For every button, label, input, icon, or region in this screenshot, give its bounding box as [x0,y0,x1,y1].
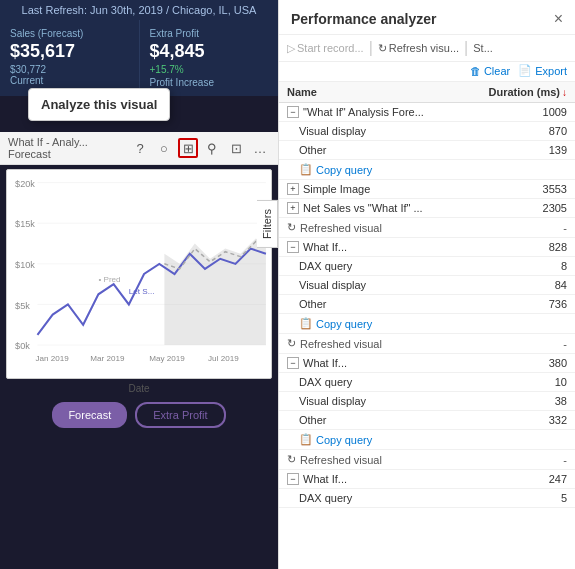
pa-table-header: Name Duration (ms) ↓ [279,82,575,103]
table-row: Other 736 [279,295,575,314]
table-row[interactable]: − What If... 380 [279,354,575,373]
expand-icon[interactable]: + [287,202,299,214]
st-button[interactable]: St... [473,42,493,54]
metrics-row: Sales (Forecast) $35,617 $30,772 Current… [0,20,278,96]
table-row: Visual display 84 [279,276,575,295]
clear-icon: 🗑 [470,65,481,77]
expand-icon[interactable]: + [287,183,299,195]
col-name-header: Name [287,86,487,98]
svg-text:Let S...: Let S... [129,287,155,296]
chart-toolbar: What If - Analy... Forecast ? ○ ⊞ ⚲ ⊡ … [0,132,278,165]
chart-container: $20k $15k $10k $5k $0k Jan 2019 Mar 2019… [6,169,272,379]
extra-profit-label: Extra Profit [150,28,269,39]
col-duration-header: Duration (ms) ↓ [487,86,567,98]
svg-text:$0k: $0k [15,341,30,351]
chart-toolbar-label: What If - Analy... Forecast [8,136,126,160]
refresh-visual-icon: ↻ [287,337,296,350]
export-icon: 📄 [518,64,532,77]
pa-title: Performance analyzer [291,11,437,27]
pa-table: Name Duration (ms) ↓ − "What If" Analysi… [279,82,575,569]
sales-forecast-value: $35,617 [10,41,129,62]
clear-button[interactable]: 🗑 Clear [470,64,510,77]
svg-text:Mar 2019: Mar 2019 [90,354,125,363]
table-row: Other 139 [279,141,575,160]
table-row: Other 332 [279,411,575,430]
refreshed-visual-row: ↻ Refreshed visual - [279,218,575,238]
svg-text:Jan 2019: Jan 2019 [35,354,69,363]
svg-marker-10 [164,238,266,345]
copy-query-row[interactable]: 📋 Copy query [279,160,575,180]
filters-tab[interactable]: Filters [257,200,278,248]
analyze-icon[interactable]: ⊞ [178,138,198,158]
last-refresh-label: Last Refresh: Jun 30th, 2019 / Chicago, … [22,4,257,16]
expand-icon[interactable]: − [287,241,299,253]
analyze-tooltip: Analyze this visual [28,88,170,121]
expand-icon[interactable]: − [287,106,299,118]
performance-analyzer-header: Performance analyzer × [279,0,575,35]
extra-profit-value: $4,845 [150,41,269,62]
refresh-visual-icon: ↻ [287,221,296,234]
left-panel: Last Refresh: Jun 30th, 2019 / Chicago, … [0,0,278,569]
svg-text:• Pred: • Pred [98,275,120,284]
svg-text:$20k: $20k [15,179,35,189]
table-row: Visual display 870 [279,122,575,141]
date-axis-label: Date [0,383,278,394]
pa-close-button[interactable]: × [554,10,563,28]
extra-profit-sub-text: Profit Increase [150,77,269,88]
metric-extra-profit: Extra Profit $4,845 +15.7% Profit Increa… [140,20,279,96]
table-row[interactable]: − What If... 828 [279,238,575,257]
more-icon[interactable]: … [250,138,270,158]
table-row[interactable]: − What If... 247 [279,470,575,489]
refresh-visual-icon: ↻ [287,453,296,466]
copy-icon: 📋 [299,433,313,446]
copy-icon: 📋 [299,317,313,330]
table-row: DAX query 5 [279,489,575,508]
pa-filter-row: 🗑 Clear 📄 Export [279,62,575,82]
svg-text:Jul 2019: Jul 2019 [208,354,239,363]
chart-svg: $20k $15k $10k $5k $0k Jan 2019 Mar 2019… [7,170,271,378]
svg-text:May 2019: May 2019 [149,354,185,363]
table-row: Visual display 38 [279,392,575,411]
copy-query-row[interactable]: 📋 Copy query [279,314,575,334]
play-icon: ▷ [287,42,295,55]
top-bar: Last Refresh: Jun 30th, 2019 / Chicago, … [0,0,278,20]
export-button[interactable]: 📄 Export [518,64,567,77]
refresh-visuals-button[interactable]: ↻ Refresh visu... [378,42,459,55]
metric-sales-forecast: Sales (Forecast) $35,617 $30,772 Current [0,20,139,96]
svg-text:$10k: $10k [15,260,35,270]
copy-query-row[interactable]: 📋 Copy query [279,430,575,450]
sales-sub1: $30,772 [10,64,46,75]
expand-icon[interactable]: − [287,357,299,369]
copy-icon: 📋 [299,163,313,176]
refreshed-visual-row: ↻ Refreshed visual - [279,334,575,354]
refreshed-visual-row: ↻ Refreshed visual - [279,450,575,470]
start-record-button[interactable]: ▷ Start record... [287,42,364,55]
extra-profit-button[interactable]: Extra Profit [135,402,225,428]
table-row[interactable]: − "What If" Analysis Fore... 1009 [279,103,575,122]
sales-forecast-label: Sales (Forecast) [10,28,129,39]
filter-icon[interactable]: ⚲ [202,138,222,158]
extra-profit-pct: +15.7% [150,64,269,75]
refresh-icon: ↻ [378,42,387,55]
analyze-tooltip-text: Analyze this visual [41,97,157,112]
table-row[interactable]: + Net Sales vs "What If" ... 2305 [279,199,575,218]
table-row: DAX query 8 [279,257,575,276]
circle-icon[interactable]: ○ [154,138,174,158]
expand-icon[interactable]: − [287,473,299,485]
table-row[interactable]: + Simple Image 3553 [279,180,575,199]
table-row: DAX query 10 [279,373,575,392]
help-icon[interactable]: ? [130,138,150,158]
right-panel: Performance analyzer × ▷ Start record...… [278,0,575,569]
sales-sub2: Current [10,75,43,86]
focus-icon[interactable]: ⊡ [226,138,246,158]
bottom-buttons: Forecast Extra Profit [0,394,278,436]
svg-text:$5k: $5k [15,301,30,311]
forecast-button[interactable]: Forecast [52,402,127,428]
svg-text:$15k: $15k [15,219,35,229]
sort-icon[interactable]: ↓ [562,87,567,98]
pa-toolbar: ▷ Start record... | ↻ Refresh visu... | … [279,35,575,62]
